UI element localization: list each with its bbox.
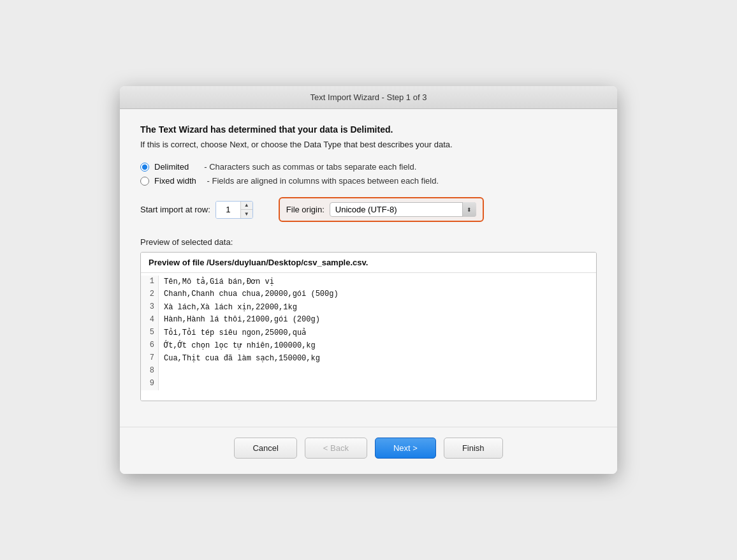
radio-row-delimited: Delimited - Characters such as commas or… (140, 162, 597, 172)
line-content (159, 365, 169, 378)
line-number: 6 (141, 339, 159, 352)
preview-box: Preview of file /Users/duyluan/Desktop/c… (140, 252, 597, 401)
start-row-input[interactable] (216, 202, 240, 218)
line-number: 4 (141, 314, 159, 327)
radio-group: Delimited - Characters such as commas or… (140, 162, 597, 186)
table-row: 8 (141, 365, 596, 378)
table-row: 4Hành,Hành lá thôi,21000,gói (200g) (141, 314, 596, 327)
line-content: Tỏi,Tỏi tép siêu ngon,25000,quả (159, 327, 311, 339)
line-number: 3 (141, 301, 159, 314)
table-row: 1Tên,Mô tả,Giá bán,Đơn vị (141, 276, 596, 288)
preview-data: 1Tên,Mô tả,Giá bán,Đơn vị2Chanh,Chanh ch… (141, 273, 596, 401)
radio-label-fixed[interactable]: Fixed width - Fields are aligned in colu… (154, 176, 439, 186)
finish-button[interactable]: Finish (444, 438, 503, 459)
line-content: Xà lách,Xà lách xịn,22000,1kg (159, 301, 302, 314)
spin-buttons: ▲ ▼ (240, 202, 252, 218)
table-row: 9 (141, 378, 596, 390)
preview-header: Preview of file /Users/duyluan/Desktop/c… (141, 253, 596, 273)
table-row: 2Chanh,Chanh chua chua,20000,gói (500g) (141, 288, 596, 301)
main-content: The Text Wizard has determined that your… (120, 109, 617, 427)
next-button[interactable]: Next > (375, 438, 436, 459)
file-origin-group: File origin: Unicode (UTF-8) Unicode (UT… (279, 197, 484, 222)
preview-section: Preview of selected data: Preview of fil… (140, 237, 597, 401)
line-content: Chanh,Chanh chua chua,20000,gói (500g) (159, 288, 344, 301)
line-content: Cua,Thịt cua đã làm sạch,150000,kg (159, 352, 325, 365)
dialog: Text Import Wizard - Step 1 of 3 The Tex… (120, 86, 617, 474)
row-spinner: ▲ ▼ (215, 201, 253, 219)
spin-up-button[interactable]: ▲ (241, 202, 252, 210)
line-content: Ớt,Ớt chọn lọc tự nhiên,100000,kg (159, 339, 321, 352)
table-row: 3Xà lách,Xà lách xịn,22000,1kg (141, 301, 596, 314)
cancel-button[interactable]: Cancel (234, 438, 296, 459)
line-number: 5 (141, 327, 159, 339)
title-text: Text Import Wizard - Step 1 of 3 (310, 92, 427, 102)
radio-delimited[interactable] (140, 163, 149, 172)
table-row: 6Ớt,Ớt chọn lọc tự nhiên,100000,kg (141, 339, 596, 352)
spin-down-button[interactable]: ▼ (241, 210, 252, 218)
file-origin-select-wrapper: Unicode (UTF-8) Unicode (UTF-16) Western… (330, 202, 476, 217)
table-row: 5Tỏi,Tỏi tép siêu ngon,25000,quả (141, 327, 596, 339)
footer: Cancel < Back Next > Finish (120, 427, 617, 474)
start-import-group: Start import at row: ▲ ▼ (140, 201, 253, 219)
controls-row: Start import at row: ▲ ▼ File origin: Un… (140, 197, 597, 222)
line-number: 1 (141, 276, 159, 288)
preview-label: Preview of selected data: (140, 237, 597, 247)
titlebar: Text Import Wizard - Step 1 of 3 (120, 86, 617, 109)
line-number: 2 (141, 288, 159, 301)
line-number: 9 (141, 378, 159, 390)
start-import-label: Start import at row: (140, 205, 210, 214)
line-number: 7 (141, 352, 159, 365)
intro-text: If this is correct, choose Next, or choo… (140, 140, 597, 149)
table-row: 7Cua,Thịt cua đã làm sạch,150000,kg (141, 352, 596, 365)
radio-label-delimited[interactable]: Delimited - Characters such as commas or… (154, 162, 416, 172)
line-number: 8 (141, 365, 159, 378)
back-button[interactable]: < Back (305, 438, 367, 459)
radio-row-fixed: Fixed width - Fields are aligned in colu… (140, 176, 597, 186)
radio-fixed-width[interactable] (140, 177, 149, 186)
file-origin-select[interactable]: Unicode (UTF-8) Unicode (UTF-16) Western… (330, 202, 476, 217)
line-content: Tên,Mô tả,Giá bán,Đơn vị (159, 276, 279, 288)
line-content (159, 378, 169, 390)
file-origin-label: File origin: (286, 205, 325, 214)
intro-bold: The Text Wizard has determined that your… (140, 124, 597, 135)
line-content: Hành,Hành lá thôi,21000,gói (200g) (159, 314, 325, 327)
